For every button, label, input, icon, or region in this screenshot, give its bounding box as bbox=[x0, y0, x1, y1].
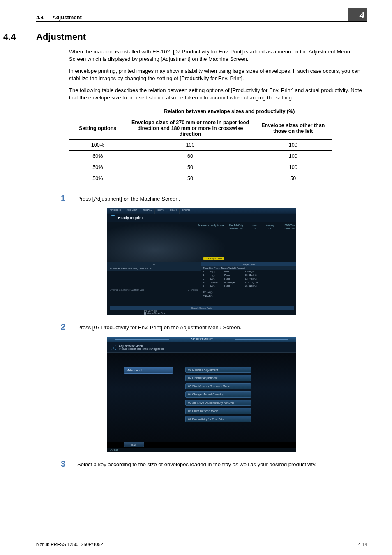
table-cell: 50% bbox=[69, 173, 127, 184]
adjustment-menu-list: 01 Machine Adjustment 02 Finisher Adjust… bbox=[185, 367, 251, 442]
menu-item-04[interactable]: 04 Charge Manual Cleaning bbox=[185, 391, 251, 398]
table-cell: 50% bbox=[69, 162, 127, 173]
device-meters: Pre-Job Orig.-----Memory100.000% Reserve… bbox=[227, 222, 296, 262]
step-text: Select a key according to the size of en… bbox=[77, 459, 367, 467]
table-cell: 50 bbox=[127, 162, 254, 173]
page-header: 4.4 Adjustment 4 bbox=[36, 8, 367, 22]
menu-item-03[interactable]: 03 Size Memory Recovery Mode bbox=[185, 383, 251, 389]
section-heading: 4.4 Adjustment bbox=[36, 32, 367, 42]
device-tabbar: MACHINEJOB LISTRECALLCOPYSCANSTORE bbox=[107, 208, 296, 214]
device-illustration: Scanner is ready for use Envelope Only bbox=[107, 222, 227, 262]
table-cell: 100 bbox=[254, 151, 332, 162]
exit-button[interactable]: Exit bbox=[124, 442, 144, 447]
step-number: 3 bbox=[61, 459, 77, 469]
table-span-header: Relation between envelope sizes and prod… bbox=[127, 106, 332, 117]
device2-titlebar: ADJUSTMENT bbox=[107, 337, 296, 342]
footer-page-number: 4-14 bbox=[358, 542, 367, 547]
adjustment-menu-screenshot: ADJUSTMENT i Adjustment Menu Please sele… bbox=[107, 337, 296, 452]
table-cell: 100% bbox=[69, 140, 127, 151]
table-cell: 60% bbox=[69, 151, 127, 162]
menu-item-06[interactable]: 06 Drum Refresh Mode bbox=[185, 408, 251, 414]
footer-model: bizhub PRESS 1250/1250P/1052 bbox=[36, 542, 103, 547]
table-cell: 60 bbox=[127, 151, 254, 162]
step-1: 1 Press [Adjustment] on the Machine Scre… bbox=[61, 194, 367, 203]
menu-item-07[interactable]: 07 Productivity for Env. Print bbox=[185, 416, 251, 422]
device-status-bar: i Ready to print bbox=[107, 214, 296, 222]
menu-item-01[interactable]: 01 Machine Adjustment bbox=[185, 367, 251, 373]
header-section-num: 4.4 bbox=[36, 14, 44, 21]
job-list-panel: Job No. Mode Status Minute(s) User Name … bbox=[107, 262, 201, 305]
heading-number: 4.4 bbox=[3, 32, 36, 42]
menu-item-05[interactable]: 05 Sensitive Drum Memory Recover bbox=[185, 400, 251, 406]
table-col-setting: Setting options bbox=[69, 117, 127, 140]
intro-paragraph-1: When the machine is installed with EF-10… bbox=[69, 48, 367, 62]
intro-paragraph-3: The following table describes the relati… bbox=[69, 87, 367, 101]
menu-item-02[interactable]: 02 Finisher Adjustment bbox=[185, 375, 251, 381]
table-cell: 50 bbox=[127, 173, 254, 184]
info-icon: i bbox=[111, 215, 115, 220]
paper-tray-panel: Paper Tray Tray Size Paper Name Weight A… bbox=[201, 262, 296, 305]
heading-title: Adjustment bbox=[36, 32, 86, 42]
device-status-text: Ready to print bbox=[118, 216, 143, 220]
envelope-only-badge: Envelope Only bbox=[203, 257, 224, 260]
step-number: 1 bbox=[61, 194, 77, 203]
step-text: Press [Adjustment] on the Machine Screen… bbox=[77, 194, 367, 202]
device2-footer: ⏱14:30 bbox=[107, 448, 296, 452]
step-number: 2 bbox=[61, 322, 77, 332]
page-footer: bizhub PRESS 1250/1250P/1052 4-14 bbox=[36, 540, 367, 547]
table-cell: 50 bbox=[254, 173, 332, 184]
relation-table: Relation between envelope sizes and prod… bbox=[69, 106, 367, 184]
machine-screen-screenshot: MACHINEJOB LISTRECALLCOPYSCANSTORE i Rea… bbox=[107, 208, 296, 315]
device2-status: i Adjustment Menu Please select one of f… bbox=[107, 342, 296, 353]
table-cell: 100 bbox=[254, 140, 332, 151]
table-col-large: Envelope sizes of 270 mm or more in pape… bbox=[127, 117, 254, 140]
supply-panel: Supply/Scrap Parts • (*) Cartridge • ▓ W… bbox=[107, 305, 296, 315]
table-cell: 100 bbox=[254, 162, 332, 173]
info-icon: i bbox=[111, 345, 116, 350]
header-section: 4.4 Adjustment bbox=[36, 14, 82, 21]
scanner-status: Scanner is ready for use bbox=[198, 224, 224, 227]
table-col-other: Envelope sizes other than those on the l… bbox=[254, 117, 332, 140]
adjustment-category-button[interactable]: Adjustment bbox=[124, 367, 173, 374]
chapter-number-box: 4 bbox=[348, 8, 367, 21]
step-text: Press [07 Productivity for Env. Print] o… bbox=[77, 322, 367, 331]
header-section-title: Adjustment bbox=[52, 14, 82, 21]
step-2: 2 Press [07 Productivity for Env. Print]… bbox=[61, 322, 367, 332]
table-cell: 100 bbox=[127, 140, 254, 151]
intro-paragraph-2: In envelope printing, printed images may… bbox=[69, 67, 367, 82]
step-3: 3 Select a key according to the size of … bbox=[61, 459, 367, 469]
